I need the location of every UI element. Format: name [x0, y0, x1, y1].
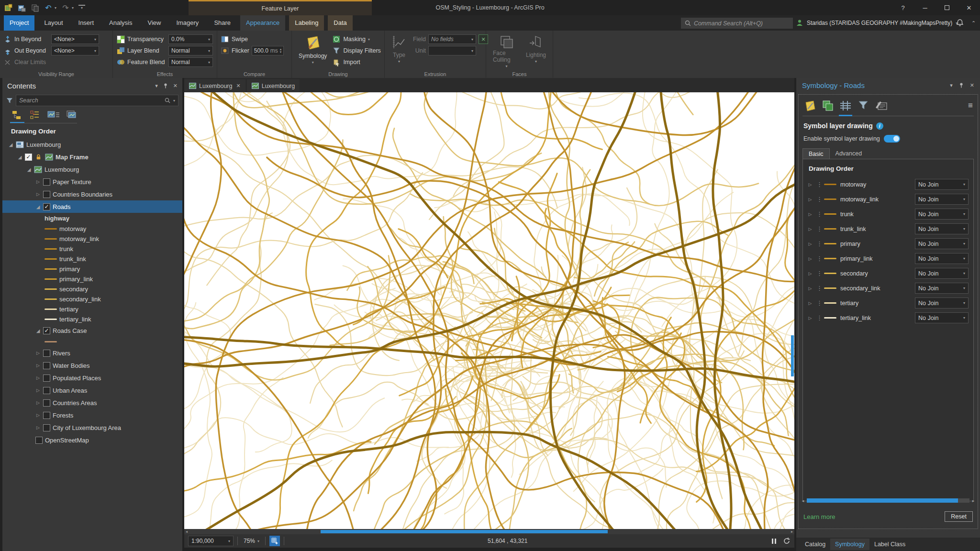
list-by-source-button[interactable]	[29, 110, 42, 121]
vertical-scrollbar-thumb[interactable]	[791, 335, 794, 376]
ribbon-tab[interactable]: Imagery	[170, 15, 204, 31]
layer-tree-row[interactable]: ▷ Paper Texture	[2, 176, 182, 188]
panel-bottom-tab[interactable]: Symbology	[830, 539, 869, 550]
ribbon-tab[interactable]: Share	[208, 15, 236, 31]
close-pane-icon[interactable]: ✕	[173, 83, 178, 89]
list-by-snippets-button[interactable]	[66, 110, 78, 121]
join-dropdown[interactable]: No Join▾	[915, 194, 969, 205]
panel-horizontal-scrollbar[interactable]: ◂ ▸	[801, 497, 976, 504]
display-zoom-dropdown[interactable]: 75%▾	[242, 536, 261, 546]
expander-collapsed-icon[interactable]: ▷	[35, 375, 41, 380]
feature-blend-dropdown[interactable]: Normal▾	[168, 57, 213, 67]
join-dropdown[interactable]: No Join▾	[915, 179, 969, 190]
clear-limits-label[interactable]: Clear Limits	[14, 59, 46, 66]
layer-visibility-checkbox[interactable]	[43, 387, 50, 394]
ribbon-tab[interactable]: Data	[328, 15, 352, 31]
pause-drawing-icon[interactable]	[772, 539, 776, 544]
expander-collapsed-icon[interactable]: ▷	[35, 425, 41, 430]
symbol-layer-row[interactable]: ▷ ⋮ motorway No Join▾	[806, 177, 970, 192]
expander-collapsed-icon[interactable]: ▷	[808, 197, 813, 202]
symbol-layer-row[interactable]: ▷ ⋮ trunk_link No Join▾	[806, 221, 970, 236]
symbol-swatch[interactable]	[45, 258, 57, 260]
expander-collapsed-icon[interactable]: ▷	[808, 227, 813, 231]
layer-blend-dropdown[interactable]: Normal▾	[168, 46, 213, 55]
join-dropdown[interactable]: No Join▾	[915, 312, 969, 323]
drag-handle-icon[interactable]: ⋮	[816, 225, 820, 232]
scroll-left-icon[interactable]: ◂	[184, 529, 189, 534]
drag-handle-icon[interactable]: ⋮	[816, 270, 820, 277]
layer-tree-row[interactable]: ▷ Countries Areas	[2, 397, 182, 409]
symbol-layer-drawing-tab-icon[interactable]	[839, 99, 852, 112]
maximize-button[interactable]	[936, 0, 958, 15]
layer-tree-row[interactable]: trunk	[2, 244, 182, 254]
layer-tree-row[interactable]: ▷ Countries Boundaries	[2, 188, 182, 200]
drag-handle-icon[interactable]: ⋮	[816, 255, 820, 262]
layer-visibility-checkbox[interactable]: ✓	[25, 154, 32, 161]
layer-tree-row[interactable]: ▷ Urban Areas	[2, 384, 182, 397]
new-project-icon[interactable]	[4, 3, 12, 12]
primary-symbology-tab-icon[interactable]	[803, 99, 817, 112]
drag-handle-icon[interactable]: ⋮	[816, 181, 820, 188]
layer-tree-row[interactable]: ▷ Forests	[2, 409, 182, 421]
list-by-selection-button[interactable]	[47, 110, 60, 121]
layer-visibility-checkbox[interactable]	[43, 399, 50, 407]
ribbon-tab[interactable]: View	[142, 15, 167, 31]
tab-advanced[interactable]: Advanced	[830, 148, 868, 159]
symbol-swatch[interactable]	[45, 319, 57, 320]
pin-icon[interactable]	[163, 83, 168, 88]
symbol-swatch[interactable]	[45, 278, 57, 280]
ribbon-tab[interactable]: Project	[4, 15, 34, 31]
symbol-swatch[interactable]	[45, 238, 57, 240]
layer-visibility-checkbox[interactable]	[43, 375, 50, 382]
symbol-layer-row[interactable]: ▷ ⋮ tertiary_link No Join▾	[806, 310, 970, 325]
expander-collapsed-icon[interactable]: ▷	[808, 256, 813, 261]
layer-tree-row[interactable]: ◢ ✓ Roads	[2, 200, 182, 213]
pane-menu-caret-icon[interactable]: ▾	[950, 82, 953, 88]
layer-tree-row[interactable]: ▷ Rivers	[2, 347, 182, 359]
layer-tree-row[interactable]: ▷ City of Luxembourg Area	[2, 421, 182, 434]
map-tab[interactable]: Luxembourg	[247, 79, 300, 92]
symbol-layer-row[interactable]: ▷ ⋮ secondary_link No Join▾	[806, 281, 970, 296]
reset-button[interactable]: Reset	[945, 511, 973, 522]
redo-caret-icon[interactable]: ▾	[72, 6, 74, 10]
join-dropdown[interactable]: No Join▾	[915, 223, 969, 234]
out-beyond-dropdown[interactable]: <None>▾	[51, 46, 99, 55]
map-tab[interactable]: Luxembourg ✕	[184, 79, 245, 92]
join-dropdown[interactable]: No Join▾	[915, 283, 969, 294]
copy-icon[interactable]	[31, 3, 39, 12]
symbology-button[interactable]: Symbology ▾	[296, 33, 330, 69]
filter-icon[interactable]	[6, 98, 13, 104]
layer-tree-row[interactable]: highway	[2, 213, 182, 224]
expander-collapsed-icon[interactable]: ▷	[35, 179, 41, 184]
import-label[interactable]: Import	[343, 59, 360, 66]
expander-collapsed-icon[interactable]: ▷	[35, 388, 41, 393]
expander-expanded-icon[interactable]: ◢	[8, 142, 13, 147]
undo-caret-icon[interactable]: ▾	[55, 6, 56, 10]
join-dropdown[interactable]: No Join▾	[915, 209, 969, 220]
drag-handle-icon[interactable]: ⋮	[816, 299, 820, 307]
symbol-layer-row[interactable]: ▷ ⋮ motorway_link No Join▾	[806, 192, 970, 207]
layer-visibility-checkbox[interactable]	[35, 437, 43, 444]
display-filters-label[interactable]: Display Filters	[343, 47, 381, 54]
grid-tool-button[interactable]	[269, 536, 280, 546]
expander-collapsed-icon[interactable]: ▷	[35, 400, 41, 405]
scroll-left-icon[interactable]: ◂	[801, 498, 805, 503]
symbol-swatch[interactable]	[45, 341, 57, 342]
expander-expanded-icon[interactable]: ◢	[17, 154, 22, 160]
expander-collapsed-icon[interactable]: ▷	[35, 413, 41, 418]
extrusion-field-dropdown[interactable]: No fields▾	[428, 34, 476, 44]
symbol-swatch[interactable]	[45, 268, 57, 270]
expander-collapsed-icon[interactable]: ▷	[808, 301, 813, 306]
symbol-layer-row[interactable]: ▷ ⋮ tertiary No Join▾	[806, 296, 970, 310]
join-dropdown[interactable]: No Join▾	[915, 298, 969, 309]
layer-tree-row[interactable]: secondary	[2, 284, 182, 294]
layer-tree-row[interactable]: secondary_link	[2, 294, 182, 304]
layer-tree-row[interactable]: motorway	[2, 224, 182, 234]
scrollbar-thumb[interactable]	[807, 498, 958, 503]
horizontal-scrollbar-thumb[interactable]	[321, 530, 608, 533]
layer-visibility-checkbox[interactable]	[43, 424, 50, 431]
command-search[interactable]	[681, 18, 793, 29]
drag-handle-icon[interactable]: ⋮	[816, 210, 820, 218]
ribbon-tab[interactable]: Appearance	[240, 15, 285, 31]
layer-tree-row[interactable]: OpenStreetMap	[2, 434, 182, 446]
